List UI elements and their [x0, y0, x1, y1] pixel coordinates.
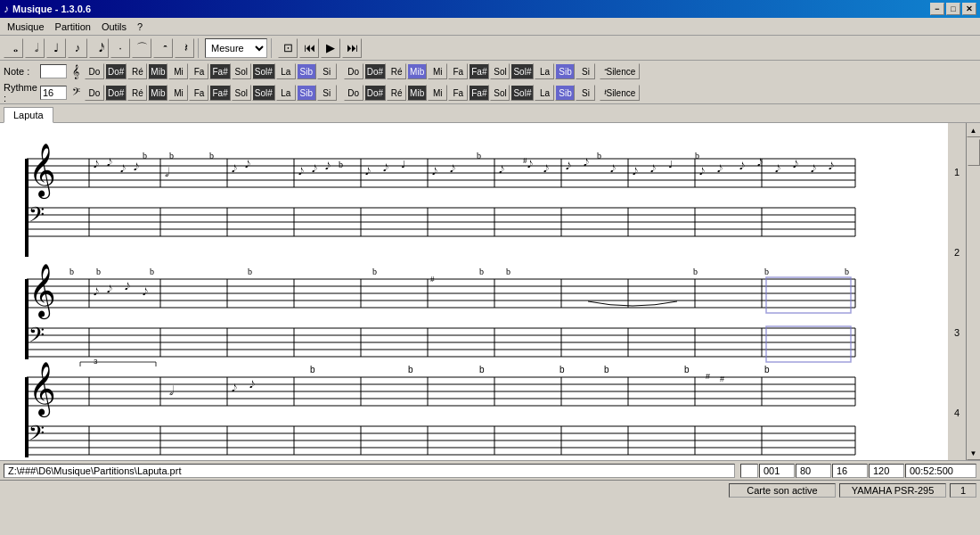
- score-svg: 𝄞 𝅘𝅥𝅮 𝅘𝅥𝅮 𝅘𝅥𝅮 𝅘𝅥𝅮: [0, 123, 873, 460]
- note-Do-bass[interactable]: Do: [85, 85, 104, 101]
- note-Mib2-treble[interactable]: Mib: [407, 63, 427, 79]
- svg-rect-77: [25, 159, 29, 257]
- menu-partition[interactable]: Partition: [50, 20, 96, 34]
- note-Do2-treble[interactable]: Do: [344, 63, 363, 79]
- note-SolS-treble[interactable]: Sol#: [252, 63, 275, 79]
- note-Fa2-treble[interactable]: Fa: [448, 63, 468, 79]
- note-Si2-bass[interactable]: Si: [576, 85, 595, 101]
- close-button[interactable]: ✕: [962, 3, 976, 15]
- transport-next-btn[interactable]: ⏭: [342, 38, 362, 58]
- transport-prev-btn[interactable]: ⏮: [299, 38, 319, 58]
- note-Re2-treble[interactable]: Ré: [387, 63, 406, 79]
- system-number-1: 1: [954, 132, 960, 212]
- note-Fa-bass[interactable]: Fa: [189, 85, 208, 101]
- note-FaS-treble[interactable]: Fa#: [209, 63, 230, 79]
- svg-text:𝄞: 𝄞: [29, 264, 56, 320]
- note-eighth-btn[interactable]: ♪: [68, 38, 87, 58]
- note-DoS-treble[interactable]: Do#: [105, 63, 127, 79]
- score-area[interactable]: 𝄞 𝅘𝅥𝅮 𝅘𝅥𝅮 𝅘𝅥𝅮 𝅘𝅥𝅮: [0, 123, 948, 460]
- scroll-thumb[interactable]: [968, 139, 980, 166]
- note-half-btn[interactable]: 𝅗𝅥: [25, 38, 45, 58]
- carte-son-status: Carte son active: [729, 483, 836, 498]
- note-Mi-treble[interactable]: Mi: [168, 63, 188, 79]
- note-Mi-bass[interactable]: Mi: [168, 85, 188, 101]
- svg-text:b: b: [695, 151, 699, 160]
- note-16th-btn[interactable]: 𝅘𝅥𝅯: [89, 38, 109, 58]
- svg-text:3: 3: [94, 358, 98, 366]
- note-Re2-bass[interactable]: Ré: [387, 85, 406, 101]
- note-La2-treble[interactable]: La: [535, 63, 554, 79]
- note-whole-btn[interactable]: 𝅝: [4, 38, 23, 58]
- note-Si-treble[interactable]: Si: [317, 63, 337, 79]
- note-Mi2-bass[interactable]: Mi: [428, 85, 447, 101]
- menu-musique[interactable]: Musique: [2, 20, 50, 34]
- system-number-2: 2: [954, 212, 960, 292]
- rythme-input[interactable]: [40, 86, 67, 100]
- note-Sol-bass[interactable]: Sol: [232, 85, 251, 101]
- minimize-button[interactable]: −: [930, 3, 944, 15]
- note-dot-btn[interactable]: ·: [110, 38, 130, 58]
- note-rest-btn[interactable]: 𝄼: [153, 38, 173, 58]
- note-Sib-bass[interactable]: Sib: [297, 85, 316, 101]
- svg-text:♩: ♩: [668, 159, 673, 169]
- note-Si-bass[interactable]: Si: [317, 85, 337, 101]
- note-DoS-bass[interactable]: Do#: [105, 85, 127, 101]
- note-Re-treble[interactable]: Ré: [127, 63, 147, 79]
- menu-outils[interactable]: Outils: [96, 20, 132, 34]
- svg-text:#: #: [523, 156, 527, 165]
- scrollbar[interactable]: ▲ ▼: [966, 123, 980, 460]
- silence-treble-btn[interactable]: 𝄼 Silence: [600, 63, 640, 79]
- note-Mib2-bass[interactable]: Mib: [407, 85, 427, 101]
- note-Re-bass[interactable]: Ré: [127, 85, 147, 101]
- note-quarter-btn[interactable]: ♩: [46, 38, 66, 58]
- rythme-row: Rythme : 𝄢 Do Do# Ré Mib Mi Fa Fa# Sol S…: [0, 82, 980, 103]
- svg-text:b: b: [479, 365, 485, 374]
- note-Do2-bass[interactable]: Do: [344, 85, 363, 101]
- measure-select[interactable]: Mesure: [205, 38, 267, 58]
- note-Sol2-treble[interactable]: Sol: [490, 63, 510, 79]
- scroll-down-btn[interactable]: ▼: [967, 446, 981, 460]
- svg-text:b: b: [693, 267, 698, 276]
- status-16: 16: [832, 464, 868, 478]
- bass-clef-icon: 𝄢: [68, 85, 84, 101]
- note-FaS2-bass[interactable]: Fa#: [469, 85, 489, 101]
- note-La-bass[interactable]: La: [276, 85, 296, 101]
- menu-help[interactable]: ?: [132, 20, 148, 34]
- svg-text:b: b: [479, 267, 484, 276]
- note-extra-btn[interactable]: 𝄽: [175, 38, 194, 58]
- note-FaS-bass[interactable]: Fa#: [209, 85, 230, 101]
- scroll-up-btn[interactable]: ▲: [967, 123, 981, 137]
- note-Sol2-bass[interactable]: Sol: [490, 85, 510, 101]
- note-Mi2-treble[interactable]: Mi: [428, 63, 447, 79]
- note-Mib-bass[interactable]: Mib: [148, 85, 167, 101]
- svg-text:b: b: [169, 151, 174, 160]
- note-Fa2-bass[interactable]: Fa: [448, 85, 468, 101]
- note-SolS2-treble[interactable]: Sol#: [510, 63, 534, 79]
- svg-text:#: #: [706, 372, 710, 381]
- note-La2-bass[interactable]: La: [535, 85, 554, 101]
- note-tie-btn[interactable]: ⌒: [132, 38, 151, 58]
- note-FaS2-treble[interactable]: Fa#: [469, 63, 489, 79]
- svg-rect-131: [25, 279, 29, 359]
- transport-start-btn[interactable]: ⊡: [278, 38, 298, 58]
- note-SolS2-bass[interactable]: Sol#: [510, 85, 534, 101]
- svg-rect-0: [0, 123, 873, 460]
- transport-play-btn[interactable]: ▶: [321, 38, 340, 58]
- note-Si2-treble[interactable]: Si: [576, 63, 595, 79]
- note-La-treble[interactable]: La: [276, 63, 296, 79]
- note-Mib-treble[interactable]: Mib: [148, 63, 167, 79]
- note-Fa-treble[interactable]: Fa: [189, 63, 208, 79]
- tab-laputa[interactable]: Laputa: [4, 107, 53, 123]
- note-Sol-treble[interactable]: Sol: [232, 63, 251, 79]
- note-Sib2-bass[interactable]: Sib: [555, 85, 575, 101]
- svg-text:b: b: [559, 365, 565, 374]
- note-Sib2-treble[interactable]: Sib: [555, 63, 575, 79]
- maximize-button[interactable]: □: [946, 3, 960, 15]
- note-Sib-treble[interactable]: Sib: [297, 63, 316, 79]
- note-SolS-bass[interactable]: Sol#: [252, 85, 275, 101]
- note-DoS2-bass[interactable]: Do#: [364, 85, 386, 101]
- note-DoS2-treble[interactable]: Do#: [364, 63, 386, 79]
- silence-bass-btn[interactable]: 𝄽 Silence: [600, 85, 640, 101]
- note-input[interactable]: [40, 64, 67, 78]
- note-Do-treble[interactable]: Do: [85, 63, 104, 79]
